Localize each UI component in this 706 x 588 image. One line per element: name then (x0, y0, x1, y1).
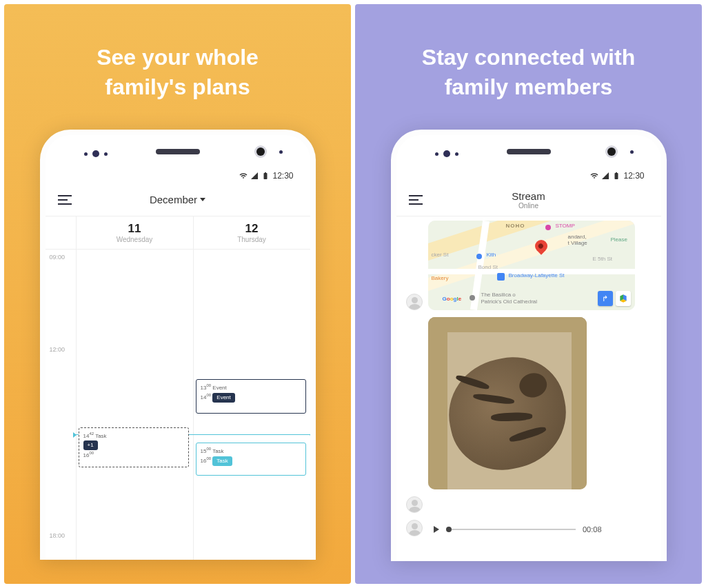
message-photo-cat[interactable] (428, 317, 587, 489)
headline-line2: family's plans (105, 74, 250, 99)
menu-icon[interactable] (409, 195, 423, 205)
wifi-icon (239, 172, 248, 180)
headline-line2: family members (445, 74, 613, 99)
wifi-icon (590, 172, 598, 180)
open-maps-icon[interactable] (616, 291, 631, 306)
day-number: 12 (194, 222, 310, 236)
event-end: 1400 Event (201, 392, 301, 403)
event-block-task-dashed[interactable]: 1442 Task +1 1600 (79, 427, 189, 467)
audio-duration: 00:08 (583, 525, 602, 534)
map-label-kith: Kith (485, 251, 498, 258)
day-name: Thursday (194, 236, 310, 243)
metro-icon (497, 273, 505, 281)
hour-label-9: 09:00 (50, 254, 65, 261)
month-selector[interactable]: December (72, 194, 284, 205)
status-bar: 12:30 (396, 168, 661, 183)
signal-icon (250, 172, 259, 180)
audio-message[interactable]: 00:08 (428, 523, 607, 536)
calendar-day-headers: 11 Wednesday 12 Thursday (46, 216, 310, 250)
map-poi-icon (470, 295, 475, 301)
map-attribution: Google (441, 295, 464, 303)
event-block-1[interactable]: 1300 Event 1400 Event (196, 379, 306, 414)
event-pill: Event (212, 393, 234, 403)
chat-title-block[interactable]: Stream Online (423, 190, 635, 210)
map-label-noho: NOHO (504, 222, 527, 230)
map-pin-icon (535, 240, 547, 252)
audio-track[interactable] (446, 529, 576, 530)
panel-chat: Stay connected with family members 12:30… (355, 4, 702, 584)
sensor-dots-left (84, 150, 108, 157)
event-pill: +1 (83, 440, 98, 450)
map-poi-icon (545, 225, 551, 230)
grid-line (76, 250, 77, 560)
map-label-bond: Bond St (476, 263, 500, 271)
event-start: 1300 Event (201, 383, 301, 392)
map-preview[interactable]: NOHO STOMP andard, t Village Please Kith… (428, 221, 635, 310)
chevron-down-icon (200, 198, 205, 201)
map-label-broadway: Broadway-Lafayette St (507, 272, 567, 279)
event-start: 1442 Task (83, 431, 184, 440)
battery-icon (261, 172, 270, 180)
time-gutter-header (46, 216, 76, 249)
menu-icon[interactable] (58, 195, 72, 205)
chat-title: Stream (512, 190, 545, 202)
status-time: 12:30 (272, 171, 293, 181)
event-end: 1600 Task (201, 456, 301, 466)
calendar-grid[interactable]: 09:00 12:00 18:00 1300 Event 1400 Event … (46, 250, 310, 560)
speaker-icon (156, 149, 200, 154)
message-row-audio: 00:08 (406, 520, 652, 536)
event-title: Task (212, 448, 223, 454)
event-start: 1500 Task (201, 446, 301, 456)
battery-icon (612, 172, 621, 180)
headline-line1: Stay connected with (422, 45, 635, 70)
day-number: 11 (77, 222, 193, 236)
avatar-icon[interactable] (406, 520, 423, 536)
event-block-task-cyan[interactable]: 1500 Task 1600 Task (196, 443, 306, 476)
map-poi-icon (476, 254, 482, 259)
day-column-11[interactable]: 11 Wednesday (76, 216, 193, 249)
camera-icon (607, 148, 616, 156)
camera-icon (256, 148, 265, 156)
map-label-bakery: Bakery (430, 274, 451, 282)
play-icon[interactable] (434, 526, 439, 533)
map-label-village: t Village (566, 239, 589, 247)
signal-icon (601, 172, 609, 180)
app-header-chat: Stream Online (396, 183, 661, 216)
map-label-basilica2: Patrick's Old Cathedral (479, 298, 540, 305)
map-action-buttons: ↱ (598, 291, 631, 306)
phone-bezel-top (46, 135, 310, 168)
sensor-dots-right (630, 150, 634, 154)
chat-body[interactable]: NOHO STOMP andard, t Village Please Kith… (396, 216, 661, 561)
app-store-screenshots: See your whole family's plans 12:30 Dece… (0, 0, 706, 588)
headline-right: Stay connected with family members (422, 43, 635, 102)
map-label-cker: cker St (430, 251, 451, 258)
hour-label-18: 18:00 (50, 532, 65, 539)
sensor-dots-right (279, 150, 283, 154)
phone-bezel-top (396, 135, 661, 168)
message-row-blank (406, 496, 652, 513)
avatar-icon[interactable] (406, 294, 423, 310)
app-header-calendar: December (46, 183, 310, 216)
event-title: Event (212, 385, 226, 391)
speaker-icon (507, 149, 551, 154)
grid-line (193, 250, 194, 560)
phone-mock-right: 12:30 Stream Online (391, 130, 667, 561)
event-title: Task (95, 433, 106, 439)
headline-left: See your whole family's plans (97, 43, 259, 102)
status-bar: 12:30 (46, 168, 310, 183)
day-column-12[interactable]: 12 Thursday (193, 216, 310, 249)
cat-image (438, 347, 576, 480)
event-pill: Task (212, 456, 232, 466)
directions-icon[interactable]: ↱ (598, 291, 613, 306)
status-time: 12:30 (623, 171, 644, 181)
avatar-icon[interactable] (406, 496, 423, 513)
sensor-dots-left (435, 150, 458, 157)
map-label-stomp: STOMP (554, 222, 577, 230)
phone-mock-left: 12:30 December 11 Wednesday 12 Thursday (40, 130, 316, 560)
chat-status: Online (518, 202, 538, 210)
event-end: 1600 (83, 450, 184, 460)
message-row-map: NOHO STOMP andard, t Village Please Kith… (406, 221, 652, 310)
map-label-e5th: E 5th St (591, 255, 614, 263)
message-bubble-map[interactable]: NOHO STOMP andard, t Village Please Kith… (428, 221, 635, 310)
day-name: Wednesday (77, 236, 193, 243)
